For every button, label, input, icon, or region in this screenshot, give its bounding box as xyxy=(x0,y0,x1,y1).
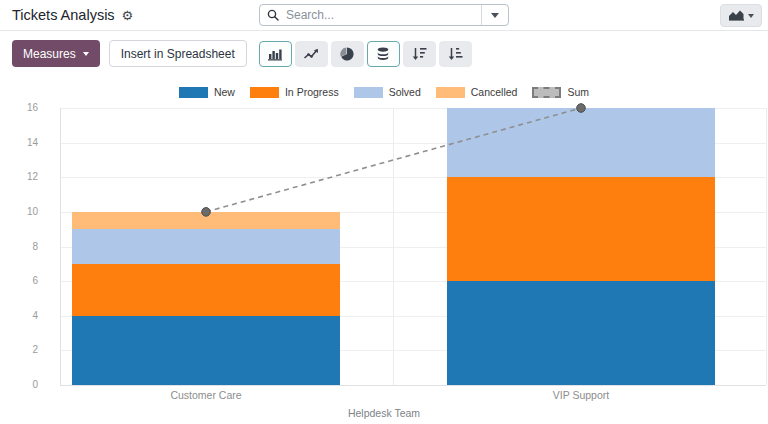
line-chart-icon xyxy=(303,47,319,60)
gear-icon[interactable]: ⚙ xyxy=(122,9,134,22)
y-tick-label: 12 xyxy=(0,172,38,182)
graph-view: NewIn ProgressSolvedCancelledSum 0246810… xyxy=(0,76,768,424)
y-tick-label: 14 xyxy=(0,138,38,148)
x-category-label: VIP Support xyxy=(553,389,609,401)
insert-in-spreadsheet-button[interactable]: Insert in Spreadsheet xyxy=(109,40,247,67)
breadcrumb: Tickets Analysis ⚙ xyxy=(12,0,133,30)
y-tick-label: 8 xyxy=(0,242,38,252)
control-panel: Measures Insert in Spreadsheet xyxy=(0,31,768,76)
y-axis-line xyxy=(60,108,61,385)
legend-label: New xyxy=(214,86,235,98)
y-tick-label: 6 xyxy=(0,276,38,286)
bar-segment-in-progress[interactable] xyxy=(447,177,715,281)
x-axis-title: Helpdesk Team xyxy=(0,407,768,419)
legend-item-solved[interactable]: Solved xyxy=(354,86,421,98)
y-tick-label: 10 xyxy=(0,207,38,217)
y-tick-label: 2 xyxy=(0,345,38,355)
y-tick-label: 0 xyxy=(0,380,38,390)
area-chart-icon xyxy=(729,10,744,21)
legend-label: Cancelled xyxy=(471,86,518,98)
legend-swatch xyxy=(179,87,208,98)
sort-descending-icon xyxy=(412,47,427,60)
view-switcher-button[interactable] xyxy=(720,4,762,27)
search-dropdown-toggle[interactable] xyxy=(481,5,508,25)
legend-label: Solved xyxy=(389,86,421,98)
legend-swatch xyxy=(436,87,465,98)
measures-button[interactable]: Measures xyxy=(12,40,100,67)
bar-segment-cancelled[interactable] xyxy=(72,212,340,229)
pie-chart-icon xyxy=(340,47,354,61)
legend-swatch xyxy=(532,87,561,98)
sort-ascending-icon xyxy=(448,47,463,60)
y-tick-label: 16 xyxy=(0,103,38,113)
y-tick-label: 4 xyxy=(0,311,38,321)
bar-segment-new[interactable] xyxy=(447,281,715,385)
legend-item-new[interactable]: New xyxy=(179,86,235,98)
bar-segment-in-progress[interactable] xyxy=(72,264,340,316)
bar-segment-solved[interactable] xyxy=(447,108,715,177)
bar-chart-icon xyxy=(267,47,283,61)
bar-segment-new[interactable] xyxy=(72,316,340,385)
legend-label: Sum xyxy=(567,86,589,98)
search-icon xyxy=(267,9,279,21)
line-chart-button[interactable] xyxy=(295,41,328,67)
gridline xyxy=(766,108,767,385)
legend-item-sum[interactable]: Sum xyxy=(532,86,589,98)
x-category-label: Customer Care xyxy=(170,389,241,401)
chevron-down-icon xyxy=(491,13,499,18)
search-bar[interactable] xyxy=(259,4,509,26)
bar-chart-button[interactable] xyxy=(259,41,292,67)
chevron-down-icon xyxy=(748,14,754,18)
chart-type-buttons xyxy=(259,41,472,67)
legend-item-in-progress[interactable]: In Progress xyxy=(250,86,339,98)
search-input[interactable] xyxy=(284,7,481,23)
gridline xyxy=(60,385,766,386)
stacked-icon xyxy=(376,47,390,61)
page-title: Tickets Analysis xyxy=(12,7,115,23)
legend-item-cancelled[interactable]: Cancelled xyxy=(436,86,518,98)
chart-legend: NewIn ProgressSolvedCancelledSum xyxy=(0,86,768,98)
legend-swatch xyxy=(354,87,383,98)
legend-label: In Progress xyxy=(285,86,339,98)
pie-chart-button[interactable] xyxy=(331,41,364,67)
top-bar: Tickets Analysis ⚙ xyxy=(0,0,768,31)
legend-swatch xyxy=(250,87,279,98)
sort-ascending-button[interactable] xyxy=(439,41,472,67)
bar-segment-solved[interactable] xyxy=(72,229,340,264)
chevron-down-icon xyxy=(83,52,89,56)
measures-label: Measures xyxy=(23,47,76,61)
stacked-button[interactable] xyxy=(367,41,400,67)
gridline xyxy=(393,108,394,385)
sort-descending-button[interactable] xyxy=(403,41,436,67)
